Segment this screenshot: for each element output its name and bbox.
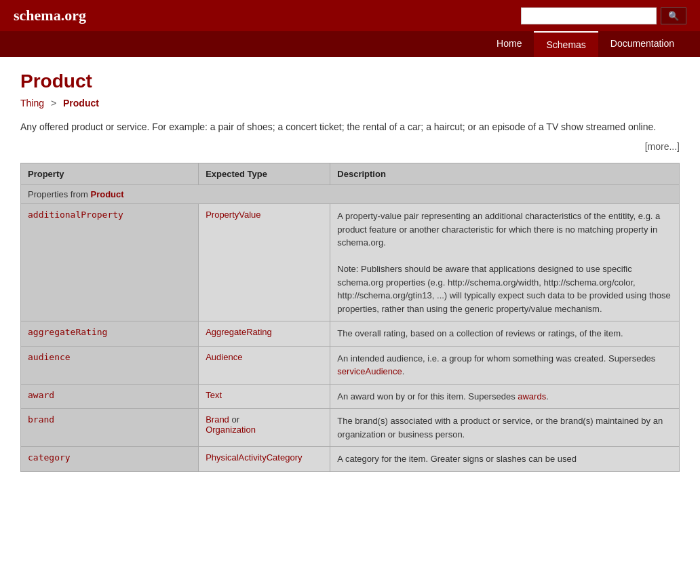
property-cell: brand — [21, 409, 199, 447]
table-row: brand Brand or Organization The brand(s)… — [21, 409, 680, 447]
section-link[interactable]: Product — [91, 189, 124, 199]
type-link-audience[interactable]: Audience — [206, 352, 242, 362]
desc-cell: A category for the item. Greater signs o… — [330, 447, 680, 472]
desc-text-brand: The brand(s) associated with a product o… — [337, 416, 663, 439]
top-header: schema.org 🔍 — [0, 0, 700, 31]
desc-cell: The brand(s) associated with a product o… — [330, 409, 680, 447]
desc-text-additionalProperty: A property-value pair representing an ad… — [337, 211, 670, 314]
desc-text-award: An award won by or for this item. Supers… — [337, 391, 548, 401]
table-row: aggregateRating AggregateRating The over… — [21, 321, 680, 347]
type-link-propertyvalue[interactable]: PropertyValue — [206, 210, 260, 220]
property-cell: additionalProperty — [21, 204, 199, 321]
desc-cell: An award won by or for this item. Supers… — [330, 384, 680, 409]
property-cell: category — [21, 447, 199, 472]
property-link-brand[interactable]: brand — [28, 414, 54, 425]
desc-cell: The overall rating, based on a collectio… — [330, 321, 680, 347]
search-icon: 🔍 — [668, 11, 679, 21]
type-cell: AggregateRating — [199, 321, 330, 347]
property-cell: audience — [21, 346, 199, 384]
search-input[interactable] — [521, 7, 657, 24]
logo: schema.org — [14, 7, 86, 24]
breadcrumb-parent[interactable]: Thing — [20, 98, 44, 109]
nav-home[interactable]: Home — [484, 31, 534, 57]
col-header-type: Expected Type — [199, 163, 330, 185]
col-header-property: Property — [21, 163, 199, 185]
search-button[interactable]: 🔍 — [661, 7, 686, 24]
schema-table: Property Expected Type Description Prope… — [20, 163, 680, 472]
nav-bar: Home Schemas Documentation — [0, 31, 700, 57]
type-separator: or — [231, 414, 239, 425]
property-link-audience[interactable]: audience — [28, 352, 71, 362]
search-area: 🔍 — [521, 7, 686, 24]
type-cell: Text — [199, 384, 330, 409]
type-link-brand[interactable]: Brand — [206, 414, 229, 425]
property-link-award[interactable]: award — [28, 390, 54, 400]
property-cell: award — [21, 384, 199, 409]
desc-cell: An intended audience, i.e. a group for w… — [330, 346, 680, 384]
breadcrumb-separator: > — [51, 98, 56, 109]
type-cell: Brand or Organization — [199, 409, 330, 447]
table-row: audience Audience An intended audience, … — [21, 346, 680, 384]
table-header-row: Property Expected Type Description — [21, 163, 680, 185]
type-link-organization[interactable]: Organization — [206, 425, 256, 435]
type-link-physicalactivitycategory[interactable]: PhysicalActivityCategory — [206, 452, 302, 463]
desc-link-awards[interactable]: awards — [518, 391, 546, 401]
table-row: category PhysicalActivityCategory A cate… — [21, 447, 680, 472]
type-cell: Audience — [199, 346, 330, 384]
breadcrumb-current: Product — [63, 98, 99, 109]
nav-schemas[interactable]: Schemas — [534, 31, 598, 57]
type-link-text[interactable]: Text — [206, 390, 222, 400]
table-row: award Text An award won by or for this i… — [21, 384, 680, 409]
property-link-additionalProperty[interactable]: additionalProperty — [28, 210, 123, 220]
page-description: Any offered product or service. For exam… — [20, 119, 680, 134]
type-cell: PhysicalActivityCategory — [199, 447, 330, 472]
property-link-aggregateRating[interactable]: aggregateRating — [28, 327, 107, 337]
desc-link-serviceAudience[interactable]: serviceAudience — [337, 366, 402, 376]
desc-text-audience: An intended audience, i.e. a group for w… — [337, 353, 655, 377]
col-header-description: Description — [330, 163, 680, 185]
main-content: Product Thing > Product Any offered prod… — [0, 57, 700, 486]
page-title: Product — [20, 71, 680, 92]
property-cell: aggregateRating — [21, 321, 199, 347]
property-link-category[interactable]: category — [28, 452, 71, 463]
section-header-row: Properties from Product — [21, 185, 680, 204]
section-label: Properties from — [28, 189, 88, 199]
type-link-aggregaterating[interactable]: AggregateRating — [206, 327, 272, 337]
table-row: additionalProperty PropertyValue A prope… — [21, 204, 680, 321]
nav-documentation[interactable]: Documentation — [598, 31, 686, 57]
desc-cell: A property-value pair representing an ad… — [330, 204, 680, 321]
type-cell: PropertyValue — [199, 204, 330, 321]
more-link[interactable]: [more...] — [20, 141, 680, 152]
desc-text-category: A category for the item. Greater signs o… — [337, 454, 577, 464]
section-header-cell: Properties from Product — [21, 185, 680, 204]
desc-text-aggregateRating: The overall rating, based on a collectio… — [337, 328, 623, 338]
breadcrumb: Thing > Product — [20, 98, 680, 109]
